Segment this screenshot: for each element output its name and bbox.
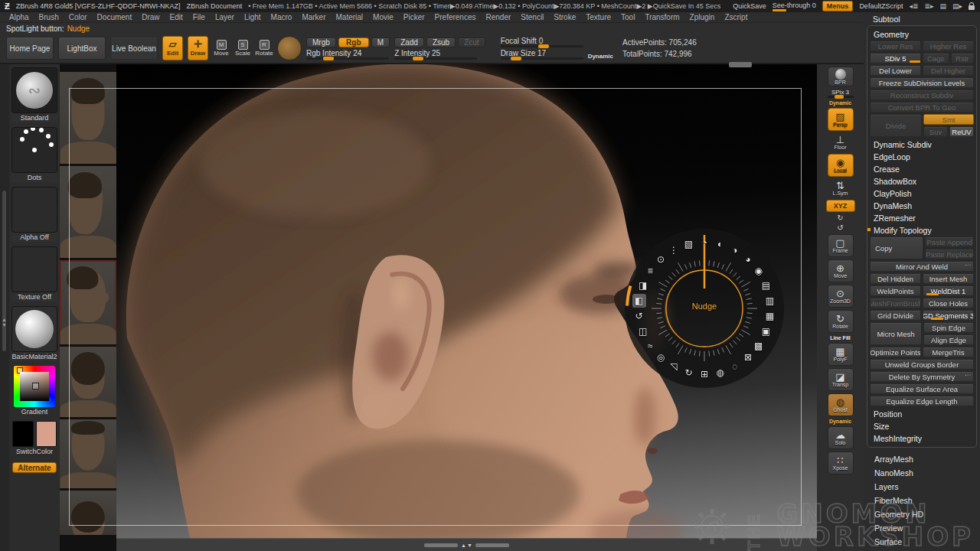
solo-button[interactable]: ☁ Solo bbox=[828, 426, 854, 449]
alpha-selector[interactable]: Alpha Off bbox=[11, 187, 57, 242]
main-color-swatch[interactable] bbox=[12, 421, 34, 447]
menu-item[interactable]: Picker bbox=[403, 13, 425, 21]
tray-arrows-icon[interactable]: ▲▼ bbox=[2, 317, 7, 328]
floor-button[interactable]: ⊥ Floor bbox=[828, 133, 854, 152]
focal-shift-slider[interactable]: Focal Shift 0 bbox=[501, 37, 583, 47]
menu-item[interactable]: Light bbox=[244, 13, 261, 21]
rotate-canvas-button[interactable]: ↻ Rotate bbox=[828, 310, 854, 333]
menu-item[interactable]: Alpha bbox=[9, 13, 29, 21]
tray-handle-right[interactable] bbox=[475, 543, 509, 547]
tray-handle-left[interactable] bbox=[424, 543, 458, 547]
draw-button[interactable]: ✛ Draw bbox=[188, 36, 208, 60]
delete-icon[interactable]: ⊠ bbox=[741, 350, 755, 364]
paste-replace-button[interactable]: Paste Replace bbox=[925, 249, 974, 259]
mergetris-button[interactable]: MergeTris bbox=[923, 347, 974, 357]
equalize-edge-length-button[interactable]: Equalize Edge Length bbox=[870, 396, 974, 406]
rotate-button[interactable]: R Rotate bbox=[256, 37, 273, 60]
reference-thumb-up[interactable] bbox=[60, 419, 116, 488]
insert-mesh-button[interactable]: Insert Mesh bbox=[923, 273, 974, 284]
tile-unified-icon[interactable]: ⊞ bbox=[697, 367, 711, 381]
rotate-y-icon[interactable]: ↻ bbox=[837, 214, 843, 222]
restore-icon[interactable]: ↺ bbox=[632, 309, 646, 323]
menu-item[interactable]: Render bbox=[486, 13, 511, 21]
secondary-color-swatch[interactable] bbox=[36, 421, 57, 447]
dynamic-draw-size-toggle[interactable]: Dynamic bbox=[588, 53, 613, 60]
menu-item[interactable]: Tool bbox=[621, 13, 635, 21]
tray-resize-handle[interactable] bbox=[729, 62, 752, 67]
delete-by-symmetry-button[interactable]: Delete By Symmetry▪▫▫ bbox=[870, 371, 974, 382]
spix-slider[interactable]: SPix 3 bbox=[828, 89, 854, 98]
move-button[interactable]: M Move bbox=[213, 37, 230, 60]
palette-section-header[interactable]: FiberMesh bbox=[864, 494, 980, 507]
dynamic-solo-label[interactable]: Dynamic bbox=[829, 419, 851, 424]
shadowbox-header[interactable]: ShadowBox bbox=[870, 175, 974, 187]
fade-icon[interactable]: ◍ bbox=[714, 366, 727, 380]
menu-item[interactable]: Movie bbox=[373, 13, 394, 21]
draw-size-slider[interactable]: Draw Size 17 bbox=[501, 49, 583, 60]
menu-item[interactable]: Document bbox=[97, 13, 132, 21]
meshintegrity-header[interactable]: MeshIntegrity bbox=[870, 432, 974, 445]
position-header[interactable]: Position bbox=[870, 408, 974, 420]
move-canvas-button[interactable]: ⊕ Move bbox=[828, 259, 854, 282]
weldpoints-button[interactable]: WeldPoints bbox=[870, 285, 921, 296]
edgeloop-header[interactable]: EdgeLoop bbox=[870, 151, 974, 163]
geometry-section-header[interactable]: Geometry bbox=[870, 28, 974, 41]
dynamesh-header[interactable]: DynaMesh bbox=[870, 200, 974, 212]
transp-button[interactable]: ◪ Transp bbox=[828, 368, 854, 391]
menu-item[interactable]: Texture bbox=[586, 13, 611, 21]
dynamic-persp-label[interactable]: Dynamic bbox=[829, 100, 851, 106]
bpr-button[interactable]: BPR bbox=[828, 67, 854, 86]
menu-item[interactable]: Transform bbox=[645, 13, 679, 21]
convert-bpr-button[interactable]: Convert BPR To Geo bbox=[870, 102, 974, 112]
modify-topology-header[interactable]: Modify Topology bbox=[870, 224, 974, 236]
del-hidden-button[interactable]: Del Hidden bbox=[870, 273, 921, 284]
freeze-subdivision-button[interactable]: Freeze SubDivision Levels bbox=[870, 77, 974, 88]
menu-item[interactable]: Brush bbox=[39, 13, 59, 21]
palette-section-header[interactable]: Layers bbox=[864, 480, 980, 494]
copy-button[interactable]: Copy bbox=[870, 236, 923, 259]
hatch-icon[interactable]: ▧ bbox=[681, 237, 695, 251]
equalize-surface-area-button[interactable]: Equalize Surface Area bbox=[870, 383, 974, 394]
gradient-picker-icon[interactable] bbox=[14, 366, 55, 407]
brush-selector[interactable]: ∾ Standard bbox=[11, 67, 57, 122]
flip-v-icon[interactable]: ◨ bbox=[636, 279, 650, 292]
suv-toggle[interactable]: Suv bbox=[923, 126, 948, 137]
optimize-points-button[interactable]: Optimize Points bbox=[870, 347, 921, 357]
zscript-play-icon[interactable]: ▤▸ bbox=[952, 2, 962, 11]
current-brush-icon[interactable] bbox=[277, 36, 302, 60]
unweld-groups-border-button[interactable]: Unweld Groups Border bbox=[870, 359, 974, 370]
axis-selector-icon[interactable]: ▪▫▫ bbox=[965, 262, 972, 267]
menu-item[interactable]: Draw bbox=[142, 13, 159, 21]
rstr-button[interactable]: Rstr bbox=[951, 53, 974, 64]
welddist-slider[interactable]: WeldDist 1 bbox=[923, 285, 974, 296]
menu-item[interactable]: Edit bbox=[170, 13, 183, 21]
mirror-and-weld-button[interactable]: Mirror And Weld▪▫▫ bbox=[870, 261, 974, 272]
menu-item[interactable]: Material bbox=[336, 13, 364, 21]
menu-item[interactable]: Preferences bbox=[435, 13, 476, 21]
spotlight-dial[interactable]: ◔◐◑◕◉▤▥▦▣▩⊠◌◍⊞↻◹◎≈◫↺◧◨≡⊙⋮▧ Nudge bbox=[624, 228, 785, 389]
ghost-button[interactable]: ◍ Ghost bbox=[828, 393, 854, 416]
palette-section-header[interactable]: Geometry HD bbox=[864, 507, 980, 521]
menu-item[interactable]: Color bbox=[69, 13, 87, 21]
zremesher-header[interactable]: ZRemesher bbox=[870, 212, 974, 224]
see-through-slider[interactable]: See-through 0 bbox=[773, 2, 816, 11]
quicksave-button[interactable]: QuickSave bbox=[733, 2, 766, 10]
reference-thumb-front[interactable] bbox=[60, 72, 116, 164]
meshfrombrush-button[interactable]: MeshFromBrush bbox=[870, 298, 921, 308]
zscript-record-icon[interactable]: ▤ bbox=[940, 2, 947, 11]
lsym-button[interactable]: ⇅ L.Sym bbox=[828, 179, 854, 197]
palette-section-header[interactable]: Surface bbox=[864, 535, 980, 549]
alternate-button[interactable]: Alternate bbox=[12, 462, 57, 473]
tray-toggle-arrows-icon[interactable]: ▲▼ bbox=[461, 543, 472, 548]
reference-thumb-back[interactable] bbox=[60, 347, 116, 417]
material-selector[interactable]: BasicMaterial2 bbox=[11, 306, 57, 361]
document-canvas[interactable]: ◔◐◑◕◉▤▥▦▣▩⊠◌◍⊞↻◹◎≈◫↺◧◨≡⊙⋮▧ Nudge bbox=[116, 64, 817, 538]
z-intensity-slider[interactable]: Z Intensity 25 bbox=[394, 49, 477, 60]
texture-selector[interactable]: Texture Off bbox=[11, 246, 57, 302]
smudge-icon[interactable]: ≈ bbox=[643, 339, 657, 353]
spin-edge-button[interactable]: Spin Edge bbox=[923, 322, 974, 333]
frame-button[interactable]: ▢ Frame bbox=[828, 234, 854, 257]
crease-header[interactable]: Crease bbox=[870, 163, 974, 175]
spotlight-radius-icon[interactable]: ⊙ bbox=[654, 253, 668, 266]
persp-button[interactable]: ▨ Persp bbox=[828, 108, 854, 131]
